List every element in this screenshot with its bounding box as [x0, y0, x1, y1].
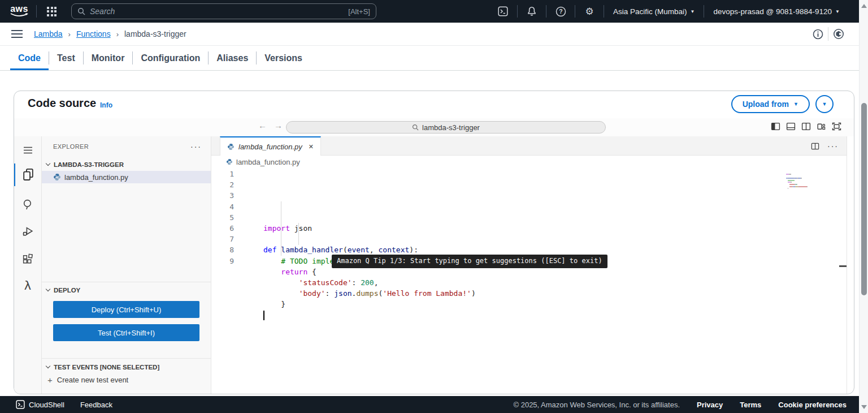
scroll-up-icon[interactable]	[861, 4, 867, 8]
split-editor-icon[interactable]	[811, 142, 819, 150]
terms-link[interactable]: Terms	[740, 401, 761, 409]
scroll-down-icon[interactable]	[861, 405, 867, 409]
settings-gear-icon[interactable]: ⚙	[580, 2, 599, 21]
file-item-lambda-function[interactable]: lambda_function.py	[42, 171, 211, 183]
explorer-title: EXPLORER	[53, 143, 89, 150]
line-number: 8	[211, 244, 249, 255]
editor-tab-lambda-function[interactable]: lambda_function.py ✕	[220, 136, 321, 156]
test-events-section-header[interactable]: TEST EVENTS [NONE SELECTED]	[42, 361, 211, 373]
line-number: 6	[211, 223, 249, 234]
run-debug-icon[interactable]	[14, 220, 41, 243]
function-tabs: Code Test Monitor Configuration Aliases …	[0, 46, 859, 71]
breadcrumb-current: lambda-s3-trigger	[124, 29, 186, 38]
minimap[interactable]	[786, 170, 812, 188]
code-line[interactable]: 'body': json.dumps('Hello from Lambda!')	[263, 288, 779, 299]
tab-versions[interactable]: Versions	[257, 46, 310, 70]
editor-tab-bar: lambda_function.py ✕ ···	[211, 136, 847, 156]
line-number: 1	[211, 169, 249, 179]
editor-more-actions-icon[interactable]: ···	[827, 141, 839, 150]
region-label: Asia Pacific (Mumbai)	[613, 7, 687, 16]
code-line[interactable]: def lambda_handler(event, context):	[263, 244, 779, 255]
navigate-back-icon[interactable]: ←	[258, 121, 267, 130]
tab-configuration[interactable]: Configuration	[133, 46, 208, 70]
close-tab-icon[interactable]: ✕	[309, 143, 314, 150]
chevron-right-icon: ›	[116, 30, 119, 38]
customize-layout-icon[interactable]	[817, 122, 826, 131]
explorer-files-icon[interactable]	[14, 164, 41, 186]
deploy-button[interactable]: Deploy (Ctrl+Shift+U)	[53, 301, 199, 318]
svg-text:?: ?	[559, 8, 562, 15]
aws-top-navigation: aws Search [Alt+S]	[0, 0, 859, 23]
search-sidebar-icon[interactable]	[14, 193, 41, 216]
cloudshell-icon[interactable]	[493, 2, 513, 21]
region-selector[interactable]: Asia Pacific (Mumbai) ▼	[609, 7, 699, 16]
info-link[interactable]: Info	[100, 101, 112, 109]
collapse-panel-button[interactable]: ▼	[815, 95, 834, 113]
editor-breadcrumb[interactable]: lambda_function.py	[211, 156, 847, 168]
code-line[interactable]: import json	[263, 223, 779, 234]
explorer-more-actions-icon[interactable]: ···	[190, 142, 202, 151]
section-divider	[42, 282, 211, 282]
breadcrumb-lambda-link[interactable]: Lambda	[34, 29, 63, 38]
services-grid-icon[interactable]	[47, 7, 57, 16]
extensions-icon[interactable]	[14, 247, 41, 270]
test-button[interactable]: Test (Ctrl+Shift+I)	[53, 324, 199, 341]
topbar-divider	[575, 5, 575, 18]
deploy-section-header[interactable]: DEPLOY	[42, 284, 211, 296]
topbar-divider	[604, 5, 604, 18]
info-panel-icon[interactable]	[813, 29, 823, 40]
line-number: 3	[211, 190, 249, 201]
project-root-item[interactable]: LAMBDA-S3-TRIGGER	[42, 158, 211, 171]
topbar-divider	[517, 5, 518, 18]
feedback-button[interactable]: Feedback	[80, 401, 112, 409]
breadcrumb-functions-link[interactable]: Functions	[76, 29, 111, 38]
help-icon[interactable]: ?	[551, 2, 570, 21]
search-placeholder: Search	[90, 7, 348, 16]
chevron-down-icon: ▼	[793, 101, 798, 107]
topbar-divider	[36, 5, 37, 18]
chevron-down-icon: ▼	[835, 9, 840, 14]
create-test-event-item[interactable]: + Create new test event	[42, 373, 211, 386]
global-search-input[interactable]: Search [Alt+S]	[71, 3, 376, 19]
breadcrumb: Lambda › Functions › lambda-s3-trigger	[34, 29, 186, 38]
code-line[interactable]: 'statusCode': 200,	[263, 277, 779, 288]
notifications-bell-icon[interactable]	[522, 2, 541, 21]
hexagon-icon[interactable]	[833, 28, 844, 40]
side-navigation-toggle-icon[interactable]	[11, 30, 23, 38]
editor-tab-label: lambda_function.py	[238, 143, 302, 151]
plus-icon: +	[47, 375, 53, 385]
editor-pane: lambda_function.py ✕ ··· lambda_function…	[211, 136, 847, 394]
upload-from-button[interactable]: Upload from ▼	[731, 95, 810, 113]
divider	[828, 27, 828, 41]
breadcrumb-bar: Lambda › Functions › lambda-s3-trigger	[0, 23, 859, 46]
fullscreen-icon[interactable]	[832, 122, 841, 131]
aws-logo[interactable]: aws	[8, 5, 31, 18]
menu-icon[interactable]	[14, 139, 41, 161]
code-lines[interactable]: Amazon Q Tip 1/3: Start typing to get su…	[263, 169, 779, 321]
scrollbar-thumb[interactable]	[861, 103, 867, 295]
search-icon	[412, 124, 419, 131]
split-editor-icon[interactable]	[801, 122, 811, 131]
tab-aliases[interactable]: Aliases	[209, 46, 256, 70]
topbar-divider	[546, 5, 546, 18]
tab-monitor[interactable]: Monitor	[84, 46, 133, 70]
cloudshell-footer-button[interactable]: CloudShell	[16, 400, 64, 409]
cookie-preferences-link[interactable]: Cookie preferences	[778, 401, 847, 409]
command-center-search[interactable]: lambda-s3-trigger	[286, 121, 606, 134]
cloudshell-icon	[16, 400, 25, 409]
tab-test[interactable]: Test	[49, 46, 83, 70]
toggle-primary-sidebar-icon[interactable]	[771, 122, 780, 131]
navigate-forward-icon[interactable]: →	[274, 121, 283, 130]
aws-lambda-icon[interactable]: λ	[14, 274, 41, 297]
account-menu[interactable]: devops-prasad @ 9081-9884-9120 ▼	[709, 7, 844, 16]
tab-code[interactable]: Code	[10, 46, 49, 70]
chevron-down-icon	[46, 161, 50, 166]
code-line[interactable]	[263, 234, 779, 244]
code-line[interactable]	[263, 310, 779, 321]
toggle-panel-icon[interactable]	[786, 122, 796, 131]
code-line[interactable]: }	[263, 299, 779, 309]
aws-smile-icon	[10, 13, 29, 18]
privacy-link[interactable]: Privacy	[697, 401, 723, 409]
page-scrollbar[interactable]	[859, 0, 868, 413]
code-editor[interactable]: 123456789 Amazon Q Tip 1/3: Start typing…	[211, 168, 847, 394]
